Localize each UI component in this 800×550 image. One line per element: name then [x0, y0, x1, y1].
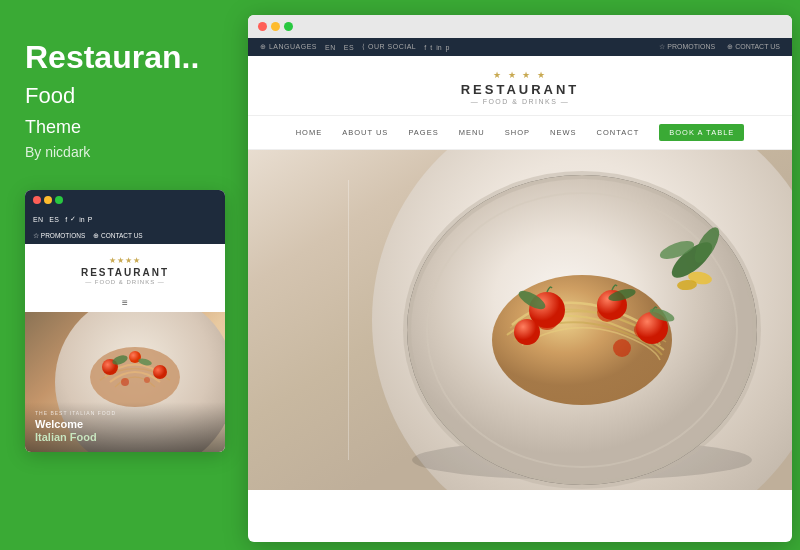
nav-menu[interactable]: MENU: [459, 128, 485, 137]
mobile-preview: EN ES f ✓ in P ☆ PROMOTIONS ⊕ CONTACT US…: [25, 190, 225, 452]
desktop-facebook-icon: f: [424, 44, 426, 51]
mobile-titlebar: [25, 190, 225, 210]
mobile-lang-en: EN: [33, 216, 43, 223]
mobile-dot-green: [55, 196, 63, 204]
theme-title: Restauran..: [25, 40, 225, 75]
svg-point-22: [514, 319, 540, 345]
mobile-hamburger-menu: ≡: [25, 293, 225, 312]
mobile-promotions: ☆ PROMOTIONS: [33, 232, 85, 240]
desktop-linkedin-icon: in: [436, 44, 441, 51]
desktop-topbar-left: ⊕ LANGUAGES EN ES ⟨ OUR SOCIAL f t in p: [260, 43, 449, 51]
svg-point-7: [144, 377, 150, 383]
desktop-dot-green: [284, 22, 293, 31]
desktop-preview: ⊕ LANGUAGES EN ES ⟨ OUR SOCIAL f t in p …: [248, 15, 792, 542]
mobile-lang-es: ES: [49, 216, 59, 223]
nav-news[interactable]: NEWS: [550, 128, 577, 137]
desktop-contact: ⊕ CONTACT US: [727, 43, 780, 51]
nav-about[interactable]: ABOUT US: [342, 128, 388, 137]
pinterest-icon: P: [88, 216, 93, 223]
hero-vertical-line: [348, 180, 349, 460]
twitter-icon: ✓: [70, 215, 76, 223]
desktop-stars: ★ ★ ★ ★: [260, 70, 780, 80]
mobile-restaurant-name: RESTAURANT: [33, 267, 217, 278]
desktop-pinterest-icon: p: [446, 44, 450, 51]
desktop-tagline: — FOOD & DRINKS —: [260, 98, 780, 105]
desktop-titlebar: [248, 15, 792, 38]
mobile-tagline: — FOOD & DRINKS —: [33, 279, 217, 285]
mobile-hero-overlay: THE BEST ITALIAN FOOD WelcomeItalian Foo…: [25, 402, 225, 452]
theme-subtitle: Food: [25, 83, 225, 109]
desktop-brand: ★ ★ ★ ★ RESTAURANT — FOOD & DRINKS —: [248, 56, 792, 116]
nav-book-table[interactable]: BOOK A TABLE: [659, 124, 744, 141]
mobile-nav: EN ES f ✓ in P: [25, 210, 225, 228]
mobile-dot-red: [33, 196, 41, 204]
facebook-icon: f: [65, 216, 67, 223]
svg-point-18: [613, 339, 631, 357]
theme-type: Theme: [25, 117, 225, 138]
mobile-hero-title: WelcomeItalian Food: [35, 418, 215, 444]
food-composition: [352, 170, 772, 490]
desktop-nav: HOME ABOUT US PAGES MENU SHOP NEWS CONTA…: [248, 116, 792, 150]
theme-author: By nicdark: [25, 144, 225, 160]
desktop-lang-es: ES: [344, 44, 354, 51]
svg-point-2: [153, 365, 167, 379]
mobile-stars: ★★★★: [33, 256, 217, 265]
linkedin-icon: in: [79, 216, 84, 223]
desktop-topbar-right: ☆ PROMOTIONS ⊕ CONTACT US: [659, 43, 780, 51]
mobile-hero-subtitle: THE BEST ITALIAN FOOD: [35, 410, 215, 416]
nav-shop[interactable]: SHOP: [505, 128, 530, 137]
nav-pages[interactable]: PAGES: [408, 128, 438, 137]
desktop-share-icon: ⟨ OUR SOCIAL: [362, 43, 416, 51]
mobile-promo-bar: ☆ PROMOTIONS ⊕ CONTACT US: [25, 228, 225, 244]
desktop-twitter-icon: t: [430, 44, 432, 51]
desktop-lang-en: EN: [325, 44, 336, 51]
mobile-hero: THE BEST ITALIAN FOOD WelcomeItalian Foo…: [25, 312, 225, 452]
desktop-promotions: ☆ PROMOTIONS: [659, 43, 715, 51]
desktop-languages-label: ⊕ LANGUAGES: [260, 43, 317, 51]
desktop-dot-red: [258, 22, 267, 31]
mobile-social-icons: f ✓ in P: [65, 215, 92, 223]
desktop-restaurant-name: RESTAURANT: [260, 82, 780, 97]
mobile-brand: ★★★★ RESTAURANT — FOOD & DRINKS —: [25, 244, 225, 293]
left-panel: Restauran.. Food Theme By nicdark EN ES …: [0, 0, 245, 550]
svg-point-6: [121, 378, 129, 386]
mobile-contact: ⊕ CONTACT US: [93, 232, 142, 240]
desktop-hero: [248, 150, 792, 490]
nav-contact[interactable]: CONTACT: [597, 128, 640, 137]
desktop-dot-yellow: [271, 22, 280, 31]
desktop-topbar: ⊕ LANGUAGES EN ES ⟨ OUR SOCIAL f t in p …: [248, 38, 792, 56]
nav-home[interactable]: HOME: [296, 128, 323, 137]
desktop-social-icons: f t in p: [424, 44, 449, 51]
mobile-dot-yellow: [44, 196, 52, 204]
